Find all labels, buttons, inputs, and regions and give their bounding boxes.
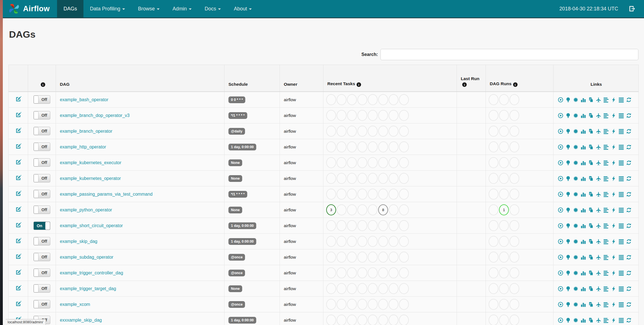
task-tries-icon[interactable] [588,128,594,134]
task-state-circle[interactable] [399,126,409,137]
task-state-circle[interactable] [399,189,409,200]
refresh-icon[interactable] [626,207,632,213]
dag-link[interactable]: example_python_operator [60,207,112,212]
logs-icon[interactable] [618,270,624,276]
dag-run-state-circle[interactable] [499,283,509,294]
trigger-dag-icon[interactable] [558,144,563,150]
task-state-circle[interactable] [337,299,346,310]
dag-run-state-circle[interactable] [489,267,498,278]
dag-run-state-circle[interactable] [489,110,498,121]
task-state-circle[interactable] [326,173,336,184]
logs-icon[interactable] [618,97,624,103]
tree-view-icon[interactable] [565,113,571,118]
code-view-icon[interactable] [611,207,616,213]
code-view-icon[interactable] [611,270,616,276]
dag-pause-toggle[interactable]: Off [33,284,50,293]
task-state-circle[interactable] [337,283,346,294]
task-state-circle[interactable] [347,236,357,247]
task-tries-icon[interactable] [588,286,594,292]
task-state-circle[interactable] [337,157,346,168]
task-state-circle[interactable] [399,283,409,294]
task-duration-icon[interactable] [580,286,586,292]
nav-item-dags[interactable]: DAGs [57,0,83,17]
tree-view-icon[interactable] [565,160,571,166]
dag-run-state-circle[interactable] [489,236,498,247]
task-state-circle[interactable] [378,94,388,105]
refresh-icon[interactable] [626,113,632,118]
task-state-circle[interactable] [337,126,346,137]
task-state-circle[interactable] [378,157,388,168]
tree-view-icon[interactable] [565,97,571,103]
task-state-circle[interactable] [368,236,378,247]
landing-times-icon[interactable] [596,239,601,244]
dag-pause-toggle[interactable]: Off [33,253,50,261]
task-state-circle[interactable] [389,141,398,152]
dag-pause-toggle[interactable]: Off [33,206,50,214]
logs-icon[interactable] [618,254,624,260]
task-state-circle[interactable] [389,110,398,121]
trigger-dag-icon[interactable] [558,191,563,197]
task-state-circle[interactable] [389,189,398,200]
task-state-circle[interactable] [357,299,367,310]
task-state-circle[interactable] [389,126,398,137]
dag-run-state-circle[interactable] [489,94,498,105]
task-state-circle[interactable] [378,236,388,247]
task-state-circle[interactable] [357,126,367,137]
task-state-circle[interactable] [347,267,357,278]
dag-run-state-circle[interactable] [499,141,509,152]
task-state-circle[interactable] [357,204,367,215]
task-duration-icon[interactable] [580,113,586,118]
dag-run-state-circle[interactable] [509,315,519,325]
landing-times-icon[interactable] [596,207,601,213]
edit-dag-icon[interactable] [15,128,21,134]
task-state-circle[interactable] [399,267,409,278]
task-state-circle[interactable] [357,141,367,152]
task-tries-icon[interactable] [588,97,594,103]
task-state-circle[interactable] [326,141,336,152]
task-duration-icon[interactable] [580,160,586,166]
task-state-circle[interactable] [399,236,409,247]
task-state-circle[interactable] [368,283,378,294]
dag-run-state-circle[interactable] [509,236,519,247]
task-tries-icon[interactable] [588,160,594,166]
graph-view-icon[interactable] [573,176,579,181]
task-state-circle[interactable] [378,315,388,325]
task-state-circle[interactable] [326,110,336,121]
dag-run-state-circle[interactable] [499,126,509,137]
dag-run-state-circle[interactable] [499,299,509,310]
edit-dag-icon[interactable] [15,269,21,276]
gantt-view-icon[interactable] [603,239,609,244]
task-state-circle[interactable] [337,315,346,325]
refresh-icon[interactable] [626,302,632,307]
dag-pause-toggle[interactable]: Off [33,300,50,308]
dag-run-state-circle[interactable] [489,315,498,325]
task-state-circle[interactable] [389,204,398,215]
task-state-circle[interactable] [399,157,409,168]
task-state-circle[interactable] [378,252,388,263]
landing-times-icon[interactable] [596,113,601,118]
code-view-icon[interactable] [611,144,616,150]
graph-view-icon[interactable] [573,128,579,134]
task-state-circle[interactable] [326,252,336,263]
dag-link[interactable]: exxxample_skip_dag [60,318,102,322]
refresh-icon[interactable] [626,191,632,197]
code-view-icon[interactable] [611,128,616,134]
dag-run-state-circle[interactable] [499,94,509,105]
graph-view-icon[interactable] [573,113,579,118]
dag-run-state-circle[interactable] [509,252,519,263]
task-state-circle[interactable] [337,252,346,263]
task-state-circle[interactable] [378,173,388,184]
graph-view-icon[interactable] [573,286,579,292]
task-tries-icon[interactable] [588,254,594,260]
task-duration-icon[interactable] [580,239,586,244]
task-state-circle[interactable] [368,315,378,325]
dag-run-state-circle[interactable] [499,173,509,184]
task-state-circle[interactable] [368,157,378,168]
dag-link[interactable]: example_short_circuit_operator [60,223,123,228]
dag-run-state-circle[interactable] [509,94,519,105]
dag-run-state-circle[interactable] [499,252,509,263]
code-view-icon[interactable] [611,223,616,229]
task-state-circle[interactable] [389,283,398,294]
dag-pause-toggle[interactable]: Off [33,158,50,167]
dag-run-state-circle[interactable]: 1 [499,204,509,215]
